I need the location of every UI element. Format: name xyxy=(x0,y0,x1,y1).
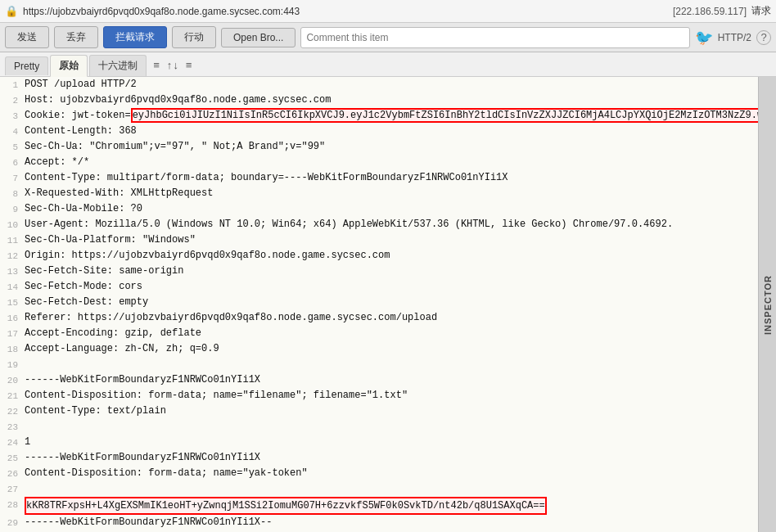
line-content: Host: ujobzvbaiyrd6pvqd0x9qaf8o.node.gam… xyxy=(25,92,758,107)
table-row: 15Sec-Fetch-Dest: empty xyxy=(0,295,758,310)
line-content: Referer: https://ujobzvbaiyrd6pvqd0x9qaf… xyxy=(25,310,758,325)
table-row: 2Host: ujobzvbaiyrd6pvqd0x9qaf8o.node.ga… xyxy=(0,92,758,108)
jwt-token-value: eyJhbGci0iJIUzI1NiIsInR5cCI6IkpXVCJ9.eyJ… xyxy=(131,108,758,123)
address-bar: 🔒 https://ujobzvbaiyrd6pvqd0x9qaf8o.node… xyxy=(0,0,776,23)
table-row: 27 xyxy=(0,481,758,497)
line-content: Accept-Language: zh-CN, zh; q=0.9 xyxy=(25,341,758,356)
main-content: 1POST /upload HTTP/22Host: ujobzvbaiyrd6… xyxy=(0,77,776,532)
table-row: 18Accept-Language: zh-CN, zh; q=0.9 xyxy=(0,341,758,357)
line-number: 10 xyxy=(0,217,25,232)
line-number: 27 xyxy=(0,481,25,497)
line-content: ------WebKitFormBoundaryzF1NRWCo01nYIi1X xyxy=(25,372,758,387)
line-content: kKR8TRFxpsH+L4XgEXSMmIK1eoHT+yZwnqjM1SSi… xyxy=(25,497,758,515)
inspector-label: INSPECTOR xyxy=(763,275,773,335)
tab-pretty[interactable]: Pretty xyxy=(5,56,48,75)
table-row: 16Referer: https://ujobzvbaiyrd6pvqd0x9q… xyxy=(0,310,758,326)
line-number: 12 xyxy=(0,248,25,264)
line-content: Sec-Fetch-Dest: empty xyxy=(25,295,758,309)
line-number: 25 xyxy=(0,450,25,466)
line-number: 5 xyxy=(0,139,25,155)
line-number: 14 xyxy=(0,279,25,295)
line-number: 17 xyxy=(0,326,25,341)
tab-icon-menu[interactable]: ≡ xyxy=(186,60,192,72)
line-content: Cookie: jwt-token=eyJhbGci0iJIUzI1NiIsIn… xyxy=(25,108,758,123)
table-row: 12Origin: https://ujobzvbaiyrd6pvqd0x9qa… xyxy=(0,248,758,264)
help-button[interactable]: ? xyxy=(756,30,771,45)
line-content: Content-Type: multipart/form-data; bound… xyxy=(25,170,758,185)
line-number: 6 xyxy=(0,155,25,170)
line-number: 16 xyxy=(0,310,25,326)
send-button[interactable]: 发送 xyxy=(5,26,49,48)
line-content: Sec-Fetch-Site: same-origin xyxy=(25,264,758,278)
yak-token-value: kKR8TRFxpsH+L4XgEXSMmIK1eoHT+yZwnqjM1SSi… xyxy=(25,497,547,515)
table-row: 29------WebKitFormBoundaryzF1NRWCo01nYIi… xyxy=(0,515,758,530)
line-content: X-Requested-With: XMLHttpRequest xyxy=(25,186,758,201)
line-number: 3 xyxy=(0,108,25,124)
tab-raw[interactable]: 原始 xyxy=(50,55,88,77)
toolbar: 发送 丢弃 拦截请求 行动 Open Bro... 🐦 HTTP/2 ? xyxy=(0,23,776,52)
comment-input[interactable] xyxy=(300,27,689,48)
table-row: 19 xyxy=(0,357,758,372)
line-number: 28 xyxy=(0,497,25,512)
action-button[interactable]: 行动 xyxy=(172,26,216,48)
table-row: 6Accept: */* xyxy=(0,155,758,170)
http2-label: HTTP/2 xyxy=(718,32,751,43)
url-text: https://ujobzvbaiyrd6pvqd0x9qaf8o.node.g… xyxy=(23,6,668,17)
line-content: Sec-Ch-Ua: "Chromium";v="97", " Not;A Br… xyxy=(25,139,758,154)
table-row: 241 xyxy=(0,435,758,450)
line-content: Sec-Ch-Ua-Platform: "Windows" xyxy=(25,232,758,247)
line-content: ------WebKitFormBoundaryzF1NRWCo01nYIi1X… xyxy=(25,515,758,530)
line-number: 8 xyxy=(0,186,25,201)
table-row: 7Content-Type: multipart/form-data; boun… xyxy=(0,170,758,186)
line-number: 26 xyxy=(0,466,25,481)
ip-text: [222.186.59.117] xyxy=(673,6,747,17)
line-content: User-Agent: Mozilla/5.0 (Windows NT 10.0… xyxy=(25,217,758,232)
line-content: Content-Disposition: form-data; name="fi… xyxy=(25,388,758,403)
table-row: 5Sec-Ch-Ua: "Chromium";v="97", " Not;A B… xyxy=(0,139,758,155)
line-content: Content-Length: 368 xyxy=(25,124,758,138)
inspector-sidebar: INSPECTOR xyxy=(758,77,776,532)
discard-button[interactable]: 丢弃 xyxy=(54,26,98,48)
tab-icon-arrows[interactable]: ↑↓ xyxy=(166,60,179,72)
line-number: 2 xyxy=(0,92,25,108)
line-number: 7 xyxy=(0,170,25,186)
tab-bar: Pretty 原始 十六进制 ≡ ↑↓ ≡ xyxy=(0,52,776,77)
table-row: 3Cookie: jwt-token=eyJhbGci0iJIUzI1NiIsI… xyxy=(0,108,758,124)
lock-icon: 🔒 xyxy=(5,5,18,18)
bird-icon: 🐦 xyxy=(695,29,713,47)
table-row: 28kKR8TRFxpsH+L4XgEXSMmIK1eoHT+yZwnqjM1S… xyxy=(0,497,758,515)
line-content: Sec-Fetch-Mode: cors xyxy=(25,279,758,294)
table-row: 22Content-Type: text/plain xyxy=(0,404,758,419)
line-content: 1 xyxy=(25,435,758,449)
line-number: 15 xyxy=(0,295,25,310)
line-content: Content-Disposition: form-data; name="ya… xyxy=(25,466,758,480)
req-label: 请求 xyxy=(751,4,771,18)
line-content: Accept: */* xyxy=(25,155,758,169)
table-row: 9Sec-Ch-Ua-Mobile: ?0 xyxy=(0,201,758,217)
table-row: 4Content-Length: 368 xyxy=(0,124,758,139)
open-browser-button[interactable]: Open Bro... xyxy=(221,28,296,47)
tab-icon-list[interactable]: ≡ xyxy=(153,60,160,72)
table-row: 20------WebKitFormBoundaryzF1NRWCo01nYIi… xyxy=(0,372,758,388)
intercept-button[interactable]: 拦截请求 xyxy=(103,26,167,48)
line-content: Sec-Ch-Ua-Mobile: ?0 xyxy=(25,201,758,216)
table-row: 21Content-Disposition: form-data; name="… xyxy=(0,388,758,404)
line-number: 18 xyxy=(0,341,25,357)
code-panel[interactable]: 1POST /upload HTTP/22Host: ujobzvbaiyrd6… xyxy=(0,77,758,532)
table-row: 23 xyxy=(0,419,758,435)
line-number: 13 xyxy=(0,264,25,279)
table-row: 17Accept-Encoding: gzip, deflate xyxy=(0,326,758,341)
table-row: 13Sec-Fetch-Site: same-origin xyxy=(0,264,758,279)
tab-hex[interactable]: 十六进制 xyxy=(89,55,147,76)
line-content: ------WebKitFormBoundaryzF1NRWCo01nYIi1X xyxy=(25,450,758,465)
line-number: 23 xyxy=(0,419,25,435)
line-number: 19 xyxy=(0,357,25,372)
line-number: 4 xyxy=(0,124,25,139)
cookie-label: Cookie: jwt-token= xyxy=(25,110,131,121)
line-content: Accept-Encoding: gzip, deflate xyxy=(25,326,758,340)
table-row: 26Content-Disposition: form-data; name="… xyxy=(0,466,758,481)
line-content: Origin: https://ujobzvbaiyrd6pvqd0x9qaf8… xyxy=(25,248,758,263)
line-number: 29 xyxy=(0,515,25,530)
line-number: 9 xyxy=(0,201,25,217)
table-row: 10User-Agent: Mozilla/5.0 (Windows NT 10… xyxy=(0,217,758,232)
